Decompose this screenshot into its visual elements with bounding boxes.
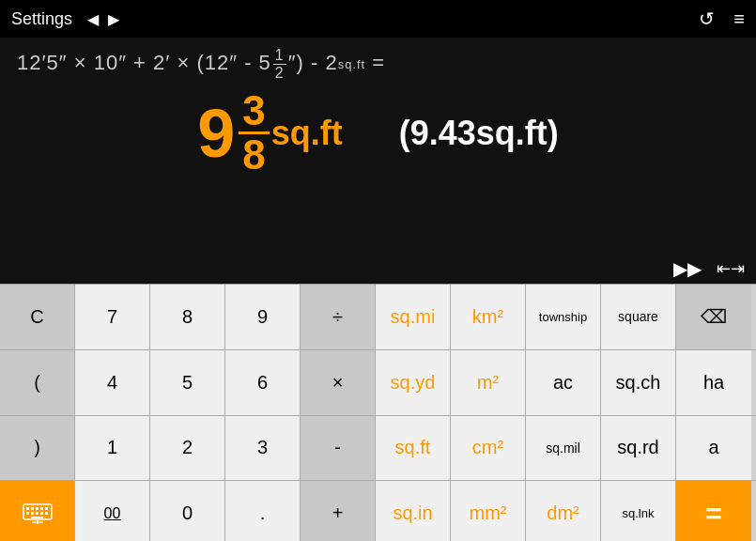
svg-rect-4 [40,507,43,510]
svg-rect-11 [31,517,43,518]
header-arrows: ◀ ▶ [87,10,119,28]
key-2[interactable]: 2 [150,416,225,481]
key-subtract[interactable]: - [301,416,376,481]
key-sqin[interactable]: sq.in [376,481,451,541]
key-0[interactable]: 0 [150,481,225,541]
svg-rect-2 [31,507,34,510]
key-sqch[interactable]: sq.ch [601,350,676,415]
key-divide[interactable]: ÷ [301,285,376,349]
svg-rect-8 [36,512,39,515]
key-backspace[interactable]: ⌫ [676,285,751,349]
expr-frac-num: 1 [273,47,286,65]
keyboard-icon [23,503,53,524]
key-6[interactable]: 6 [225,350,301,415]
result-whole: 9 [197,100,235,167]
result-decimal: (9.43sq.ft) [399,114,559,153]
expression-end: ″) - 2sq.ft = [288,51,385,74]
expression: 12′5″ × 10″ + 2′ × (12″ - 512″) - 2sq.ft… [17,47,739,81]
keyboard: C 7 8 9 ÷ sq.mi km² township square ⌫ ( … [0,284,756,541]
key-clear[interactable]: C [0,285,75,349]
key-square[interactable]: square [601,285,676,349]
key-00[interactable]: 00 [75,481,150,541]
keyboard-row-3: ) 1 2 3 - sq.ft cm² sq.mil sq.rd a [0,416,756,482]
svg-rect-7 [31,512,34,515]
menu-icon[interactable]: ≡ [733,8,745,30]
svg-rect-1 [26,507,29,510]
key-7[interactable]: 7 [75,285,150,349]
key-m2[interactable]: m² [451,350,526,415]
key-township[interactable]: township [526,285,601,349]
expression-text: 12′5″ × 10″ + 2′ × (12″ - 5 [17,51,271,74]
key-9[interactable]: 9 [225,285,301,349]
prev-arrow[interactable]: ◀ [87,10,99,28]
key-8[interactable]: 8 [150,285,225,349]
key-3[interactable]: 3 [225,416,301,481]
key-sqlnk[interactable]: sq.lnk [601,481,676,541]
key-a[interactable]: a [676,416,751,481]
key-km2[interactable]: km² [451,285,526,349]
key-multiply[interactable]: × [301,350,376,415]
key-sqrd[interactable]: sq.rd [601,416,676,481]
nav-row: ▶▶ ⇤⇥ [0,254,756,284]
svg-rect-3 [36,507,39,510]
svg-rect-5 [45,507,48,510]
settings-label: Settings [11,9,72,29]
key-cm2[interactable]: cm² [451,416,526,481]
svg-rect-6 [26,512,29,515]
result-frac-stack: 3 8 [239,90,269,176]
key-keyboard-toggle[interactable] [0,481,75,541]
result-unit: sq.ft [271,114,343,153]
keyboard-row-2: ( 4 5 6 × sq.yd m² ac sq.ch ha [0,350,756,416]
result-frac-bot: 8 [239,134,269,176]
key-close-paren[interactable]: ) [0,416,75,481]
svg-rect-10 [45,512,48,515]
display-area: 12′5″ × 10″ + 2′ × (12″ - 512″) - 2sq.ft… [0,38,756,254]
next-arrow[interactable]: ▶ [108,10,119,28]
expr-frac-den: 2 [273,65,286,82]
header: Settings ◀ ▶ ↺ ≡ [0,0,756,38]
key-4[interactable]: 4 [75,350,150,415]
keyboard-row-4: 00 0 . + sq.in mm² dm² sq.lnk = [0,481,756,541]
expression-fraction: 12 [273,47,286,81]
key-dot[interactable]: . [225,481,301,541]
resize-icon[interactable]: ⇤⇥ [717,258,745,279]
key-sqyd[interactable]: sq.yd [376,350,451,415]
key-mm2[interactable]: mm² [451,481,526,541]
key-add[interactable]: + [301,481,376,541]
keyboard-row-1: C 7 8 9 ÷ sq.mi km² township square ⌫ [0,285,756,350]
key-equals[interactable]: = [676,481,751,541]
header-right: ↺ ≡ [699,8,745,30]
result-fraction: 9 3 8 sq.ft [197,90,343,176]
key-sqmil[interactable]: sq.mil [526,416,601,481]
key-5[interactable]: 5 [150,350,225,415]
key-1[interactable]: 1 [75,416,150,481]
fast-forward-icon[interactable]: ▶▶ [673,257,702,280]
key-open-paren[interactable]: ( [0,350,75,415]
svg-rect-9 [40,512,43,515]
undo-icon[interactable]: ↺ [699,8,715,30]
result-frac-top: 3 [239,90,269,134]
result-area: 9 3 8 sq.ft (9.43sq.ft) [17,90,739,176]
key-ha[interactable]: ha [676,350,751,415]
header-left: Settings ◀ ▶ [11,9,119,29]
key-dm2[interactable]: dm² [526,481,601,541]
key-sqmi[interactable]: sq.mi [376,285,451,349]
key-sqft[interactable]: sq.ft [376,416,451,481]
key-ac[interactable]: ac [526,350,601,415]
